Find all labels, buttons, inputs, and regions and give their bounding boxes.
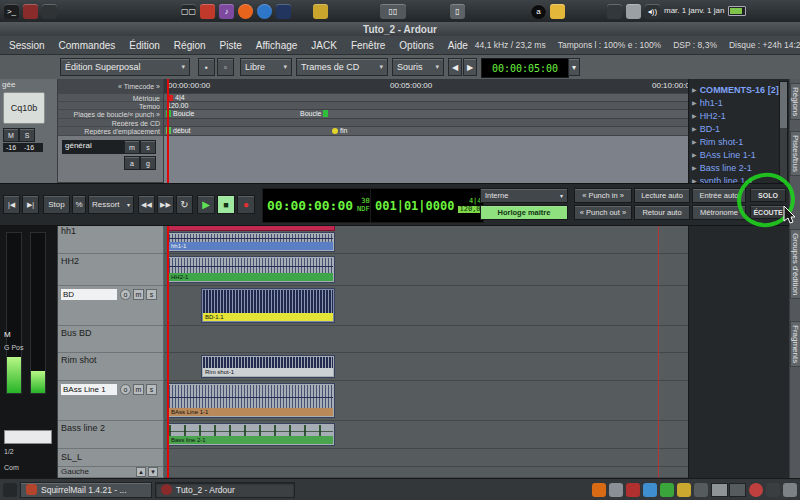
desktop-clock[interactable]: mar. 1 janv. 1 jan	[664, 6, 724, 15]
auto-return-button[interactable]: Retour auto	[634, 205, 690, 220]
region[interactable]: BAss Line 1-1	[167, 383, 335, 418]
edit-point-clock[interactable]: 00:00:05:00	[481, 58, 569, 78]
mute-button[interactable]: M	[3, 128, 19, 142]
prev-marker-button[interactable]: ◀	[448, 58, 462, 76]
track-lane-hh2[interactable]: HH2-1	[164, 254, 688, 286]
track-name-input[interactable]: BAss Line 1	[61, 384, 117, 395]
tray-icon[interactable]	[592, 483, 606, 497]
snap-mode-select[interactable]: Libre ▾	[240, 58, 292, 76]
master-solo-button[interactable]: s	[140, 140, 156, 154]
record-button[interactable]: ●	[237, 195, 255, 214]
punch-out-button[interactable]: « Punch out »	[574, 205, 632, 220]
track-lane-bass-line-1[interactable]: BAss Line 1-1	[164, 381, 688, 421]
bars-beats-clock[interactable]: 001|01|0000 4|4 120,0	[370, 188, 484, 223]
loop-start-marker[interactable]: Boucle	[166, 110, 194, 117]
region-list-item[interactable]: ▶ COMMENTS-16 [2]	[689, 83, 789, 96]
app-icon[interactable]	[23, 4, 38, 19]
folder-icon[interactable]	[550, 4, 565, 19]
tab-chunks[interactable]: Fragments	[790, 321, 800, 367]
start-location-marker[interactable]: début	[166, 127, 191, 134]
punch-in-button[interactable]: « Punch in »	[574, 188, 632, 203]
loop-punch-ruler[interactable]: Boucle Boucle	[164, 110, 688, 119]
timecode-ruler[interactable]: 00:00:00:00 00:05:00:00 00:10:00:00	[164, 79, 688, 94]
rewind-button[interactable]: ◀◀	[138, 195, 155, 214]
tempo-ruler[interactable]: 120.00	[164, 102, 688, 110]
workspace-2[interactable]	[729, 483, 746, 497]
menu-commandes[interactable]: Commandes	[52, 40, 123, 51]
region[interactable]: Bass line 2-1	[167, 423, 335, 446]
ruler-label-tempo[interactable]: Tempo	[58, 102, 163, 110]
region[interactable]: BD-1.1	[201, 288, 335, 323]
workspace-pager-icon[interactable]: ▯▯	[380, 4, 406, 19]
menu-edition[interactable]: Édition	[122, 40, 167, 51]
taskbar-item-ardour[interactable]: Tuto_2 - Ardour	[155, 482, 295, 498]
package-icon[interactable]	[313, 4, 328, 19]
scrollbar[interactable]	[779, 81, 788, 183]
sync-source-select[interactable]: Interne ▾	[480, 188, 568, 203]
record-enable-button[interactable]: o	[120, 384, 131, 395]
stop-button[interactable]: ■	[217, 195, 235, 214]
ruler-label-cd-markers[interactable]: Repères de CD	[58, 119, 163, 127]
track-lane-bd[interactable]: BD-1.1	[164, 286, 688, 326]
meter-ruler[interactable]: 4|4	[164, 94, 688, 102]
globe-icon[interactable]	[257, 4, 272, 19]
track-header-rim-shot[interactable]: Rim shot	[58, 353, 164, 381]
master-mute-button[interactable]: m	[124, 140, 140, 154]
tab-edit-groups[interactable]: Groupes d'édition	[790, 229, 800, 299]
spring-mode-select[interactable]: Ressort ▾	[88, 195, 134, 214]
tray-icon[interactable]	[609, 483, 623, 497]
master-name[interactable]: général	[62, 140, 126, 154]
show-desktop-icon[interactable]	[3, 483, 17, 497]
goto-start-button[interactable]: |◀	[3, 195, 20, 214]
track-solo-button[interactable]: s	[146, 289, 157, 300]
menu-fenetre[interactable]: Fenêtre	[344, 40, 392, 51]
auto-input-button[interactable]: Entrée auto	[692, 188, 746, 203]
region[interactable]: HH2-1	[167, 256, 335, 283]
ruler-label-timecode[interactable]: « Timecode »	[58, 79, 163, 94]
app-icon[interactable]	[276, 4, 291, 19]
solo-button[interactable]: S	[19, 128, 35, 142]
comments-label[interactable]: Com	[4, 464, 19, 471]
location-marker-ruler[interactable]: début fin	[164, 127, 688, 136]
canvas-empty-area[interactable]	[164, 136, 688, 184]
clock-mode-dropdown[interactable]: ▾	[568, 58, 580, 76]
firefox-icon[interactable]	[238, 4, 253, 19]
tab-tracks-buses[interactable]: Pistes/bus	[790, 131, 800, 176]
app-icon[interactable]	[607, 4, 622, 19]
spin-up-button[interactable]: ▴	[136, 467, 146, 477]
track-header-bass-line-1[interactable]: BAss Line 1 o m s	[58, 381, 164, 421]
track-header-hh2[interactable]: HH2	[58, 254, 164, 286]
track-mute-button[interactable]: m	[133, 384, 144, 395]
play-button[interactable]: ▶	[197, 195, 215, 214]
workspace-switcher[interactable]	[711, 483, 746, 497]
loop-end-marker[interactable]: Boucle	[300, 110, 328, 117]
media-icon[interactable]: ♪	[219, 4, 234, 19]
track-name-input[interactable]: BD	[61, 289, 117, 300]
meter-marker[interactable]: 4|4	[167, 94, 185, 101]
tempo-marker[interactable]: 120.00	[167, 102, 188, 109]
amarok-icon[interactable]: a	[531, 4, 546, 19]
tray-icon[interactable]	[626, 483, 640, 497]
forward-button[interactable]: ▶▶	[157, 195, 174, 214]
track-header-hh1[interactable]: hh1	[58, 224, 164, 254]
menu-affichage[interactable]: Affichage	[249, 40, 305, 51]
playhead[interactable]	[167, 224, 169, 478]
cd-marker-ruler[interactable]	[164, 119, 688, 127]
metronome-button[interactable]: Métronome	[692, 205, 746, 220]
stop-mode-button[interactable]: Stop	[43, 195, 70, 214]
ruler-label-meter[interactable]: Métrique	[58, 94, 163, 102]
volume-icon[interactable]: ◂))	[645, 4, 660, 19]
track-mute-button[interactable]: m	[133, 289, 144, 300]
auto-play-button[interactable]: Lecture auto	[634, 188, 690, 203]
tray-icon[interactable]	[643, 483, 657, 497]
region-list-item[interactable]: ▶ BAss Line 1-1	[689, 148, 789, 161]
region-list-item[interactable]: ▶ Bass line 2-1	[689, 161, 789, 174]
taskbar-item-squirrelmail[interactable]: SquirrelMail 1.4.21 - ...	[20, 482, 152, 498]
workspace-1[interactable]	[711, 483, 728, 497]
master-a-button[interactable]: a	[124, 156, 140, 170]
next-marker-button[interactable]: ▶	[463, 58, 477, 76]
audition-alert-button[interactable]: ÉCOUTE	[750, 205, 786, 219]
tray-icon[interactable]	[749, 483, 763, 497]
record-enable-button[interactable]: o	[120, 289, 131, 300]
app-icon[interactable]	[42, 4, 57, 19]
